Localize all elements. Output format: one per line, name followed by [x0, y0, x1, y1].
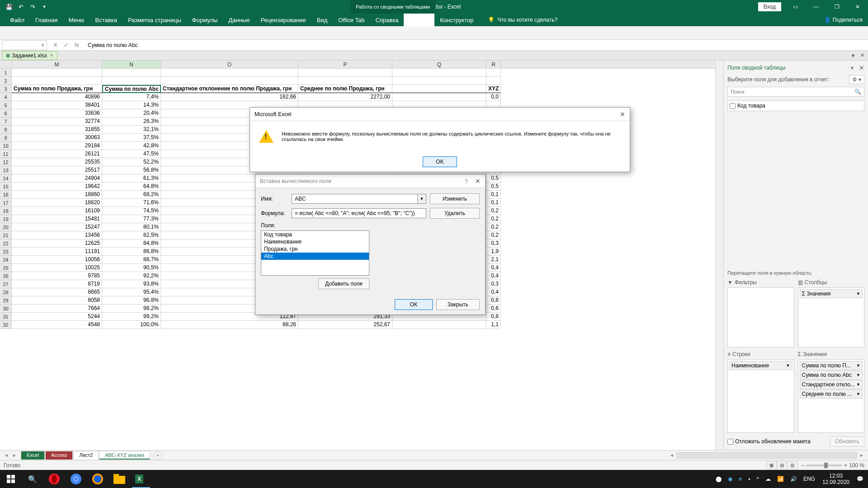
cell[interactable]: 0,4 [486, 272, 501, 280]
ribbon-tab-меню[interactable]: Меню [63, 14, 90, 26]
search-icon[interactable]: 🔍 [22, 470, 43, 488]
cell[interactable]: 1,9 [486, 248, 501, 256]
hscroll-left-icon[interactable]: ◄ [668, 452, 675, 459]
cell[interactable]: 32,1% [102, 126, 161, 134]
area-item[interactable]: Стандартное откло...▼ [800, 380, 863, 389]
cell[interactable]: 0,4 [486, 264, 501, 272]
close-icon[interactable]: ✕ [847, 0, 868, 14]
cell[interactable]: 30063 [12, 134, 102, 142]
area-item[interactable]: Среднее по полю ...▼ [800, 389, 863, 399]
row-header[interactable]: 8 [0, 126, 12, 134]
cell[interactable]: 64,8% [102, 183, 161, 191]
qat-dropdown-icon[interactable]: ▼ [39, 1, 50, 12]
cell[interactable] [102, 69, 161, 77]
cell[interactable]: 2,1 [486, 256, 501, 264]
firefox-icon[interactable] [87, 470, 108, 488]
cell[interactable]: 84,8% [102, 239, 161, 248]
cell[interactable]: 47,5% [102, 150, 161, 158]
hscroll-right-icon[interactable]: ► [858, 452, 865, 459]
row-header[interactable]: 22 [0, 239, 12, 248]
cell[interactable]: 99,2% [102, 313, 161, 321]
alert-ok-button[interactable]: OK [423, 156, 457, 167]
add-field-button[interactable]: Добавить поле [318, 278, 369, 289]
row-header[interactable]: 14 [0, 174, 12, 183]
cell[interactable]: 0,0 [486, 93, 501, 101]
cell[interactable]: 90,5% [102, 264, 161, 272]
cell[interactable] [486, 69, 501, 77]
zoom-in-icon[interactable]: + [844, 462, 847, 469]
sheet-tab[interactable]: Лист2 [73, 451, 99, 460]
ribbon-tab-данные[interactable]: Данные [223, 14, 255, 26]
dialog-help-icon[interactable]: ? [465, 178, 468, 185]
cell[interactable]: 19642 [12, 183, 102, 191]
column-header[interactable]: Q [392, 61, 486, 68]
zoom-slider[interactable] [806, 465, 842, 466]
minimize-icon[interactable]: — [806, 0, 826, 14]
cell[interactable]: 0,2 [486, 215, 501, 223]
tray-icon[interactable]: e [736, 476, 745, 482]
start-button[interactable] [0, 470, 22, 488]
column-header[interactable]: N [102, 61, 161, 68]
row-header[interactable]: 16 [0, 191, 12, 199]
cell[interactable]: 5244 [12, 313, 102, 321]
row-header[interactable]: 17 [0, 199, 12, 207]
file-explorer-icon[interactable] [108, 470, 130, 488]
cell[interactable] [392, 85, 486, 93]
row-header[interactable]: 21 [0, 231, 12, 239]
ribbon-options-icon[interactable]: ▭ [785, 0, 806, 14]
ribbon-tab-главная[interactable]: Главная [30, 14, 63, 26]
cell[interactable]: 20,4% [102, 109, 161, 117]
row-header[interactable]: 19 [0, 215, 12, 223]
row-header[interactable]: 4 [0, 93, 12, 101]
cancel-formula-icon[interactable]: ✕ [51, 41, 60, 50]
normal-view-icon[interactable]: ▦ [767, 461, 777, 469]
row-header[interactable]: 29 [0, 296, 12, 305]
row-header[interactable]: 12 [0, 158, 12, 166]
cell[interactable]: XYZ [486, 85, 501, 93]
cell[interactable]: Стандартное отклонение по полю Продажа, … [161, 85, 298, 93]
cell[interactable]: 32774 [12, 117, 102, 126]
cell[interactable]: 14,3% [102, 101, 161, 109]
defer-update-checkbox[interactable]: Отложить обновление макета [727, 438, 811, 445]
cell[interactable]: 13456 [12, 231, 102, 239]
cell[interactable] [298, 77, 392, 85]
row-header[interactable]: 31 [0, 313, 12, 321]
cell[interactable]: 0,8 [486, 296, 501, 305]
cell[interactable]: 18820 [12, 199, 102, 207]
cell[interactable] [392, 69, 486, 77]
row-header[interactable]: 25 [0, 264, 12, 272]
doc-tab-dropdown-icon[interactable]: ▼ [849, 52, 857, 60]
cell[interactable] [298, 69, 392, 77]
cell[interactable]: 10025 [12, 264, 102, 272]
redo-icon[interactable]: ↷ [27, 1, 38, 12]
area-item[interactable]: Σ Значения▼ [800, 289, 863, 298]
area-item[interactable]: Сумма по полю Abc▼ [800, 371, 863, 380]
cell[interactable] [12, 77, 102, 85]
dialog-close-icon[interactable]: ✕ [475, 178, 481, 185]
cell[interactable]: 8058 [12, 296, 102, 305]
onedrive-icon[interactable]: ☁ [763, 476, 774, 482]
alert-close-icon[interactable]: ✕ [620, 111, 625, 118]
cell[interactable]: 16109 [12, 207, 102, 215]
name-dropdown-icon[interactable]: ▼ [417, 194, 426, 204]
cell[interactable]: 0,2 [486, 231, 501, 239]
sheet-tab[interactable]: Access [45, 451, 73, 460]
row-header[interactable]: 32 [0, 321, 12, 329]
column-header[interactable]: R [486, 61, 501, 68]
row-header[interactable]: 2 [0, 77, 12, 85]
field-list[interactable]: Код товара [727, 100, 864, 111]
cell[interactable]: 98,2% [102, 305, 161, 313]
row-header[interactable]: 7 [0, 117, 12, 126]
zoom-level[interactable]: 100 % [849, 462, 864, 469]
enter-formula-icon[interactable]: ✓ [61, 41, 71, 50]
tell-me-search[interactable]: 💡Что вы хотите сделать? [488, 17, 557, 23]
clock[interactable]: 12:0312.09.2020 [819, 473, 853, 485]
cell[interactable] [161, 69, 298, 77]
cell[interactable]: Сумма по полю Abc [102, 85, 161, 93]
field-search-input[interactable] [731, 89, 854, 94]
name-box[interactable]: ▼ [2, 40, 47, 50]
ribbon-tab-office tab[interactable]: Office Tab [333, 14, 370, 26]
cell[interactable]: 25517 [12, 166, 102, 174]
cell[interactable]: 11191 [12, 248, 102, 256]
ok-button[interactable]: OK [395, 299, 432, 310]
